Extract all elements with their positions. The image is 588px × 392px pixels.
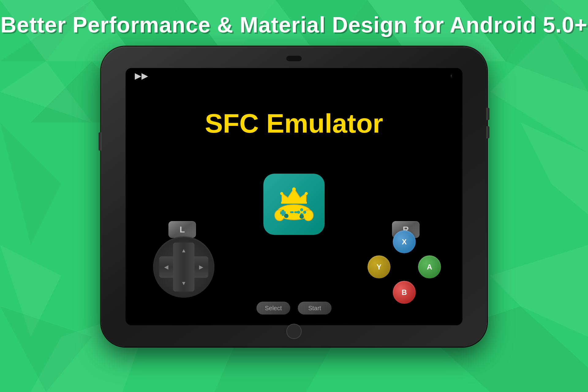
select-button[interactable]: Select: [257, 302, 290, 315]
start-button[interactable]: Start: [298, 302, 332, 315]
phone-mockup: ▶▶ ⋮ SFC Emulator: [101, 47, 487, 347]
svg-point-30: [305, 192, 308, 195]
phone-screen: ▶▶ ⋮ SFC Emulator: [126, 68, 462, 325]
game-area: SFC Emulator: [126, 83, 462, 325]
fingerprint-sensor[interactable]: [286, 324, 302, 339]
svg-point-36: [300, 208, 303, 211]
svg-rect-40: [290, 211, 294, 213]
select-start-buttons: Select Start: [257, 302, 332, 315]
dpad-up-arrow[interactable]: ▲: [181, 247, 187, 254]
more-options-icon[interactable]: ⋮: [450, 74, 453, 77]
dpad-control[interactable]: ▲ ▼ ◀ ▶: [153, 236, 214, 298]
camera-bump: [286, 56, 302, 61]
x-button[interactable]: X: [393, 230, 416, 253]
svg-rect-35: [280, 211, 286, 214]
svg-point-28: [292, 187, 296, 191]
svg-point-29: [280, 192, 283, 195]
svg-point-37: [303, 211, 306, 214]
phone-body: ▶▶ ⋮ SFC Emulator: [101, 47, 487, 347]
phone-side-button-left: [99, 132, 102, 151]
fast-forward-icon[interactable]: ▶▶: [135, 71, 148, 81]
l-button[interactable]: L: [168, 221, 196, 238]
status-bar: ▶▶ ⋮: [126, 68, 462, 83]
svg-rect-41: [294, 211, 298, 213]
dpad-right-arrow[interactable]: ▶: [199, 264, 203, 270]
y-button[interactable]: Y: [368, 255, 390, 278]
dpad[interactable]: ▲ ▼ ◀ ▶: [153, 236, 214, 298]
app-title: SFC Emulator: [205, 108, 383, 139]
b-button[interactable]: B: [393, 281, 416, 304]
dpad-down-arrow[interactable]: ▼: [181, 280, 187, 287]
face-buttons-area: X Y A B: [368, 230, 441, 304]
a-button[interactable]: A: [418, 255, 441, 278]
phone-side-button-right-bottom: [486, 126, 489, 138]
phone-side-button-right-top: [486, 108, 489, 120]
dpad-left-arrow[interactable]: ◀: [164, 264, 168, 270]
page-header: Better Performance & Material Design for…: [1, 12, 588, 37]
